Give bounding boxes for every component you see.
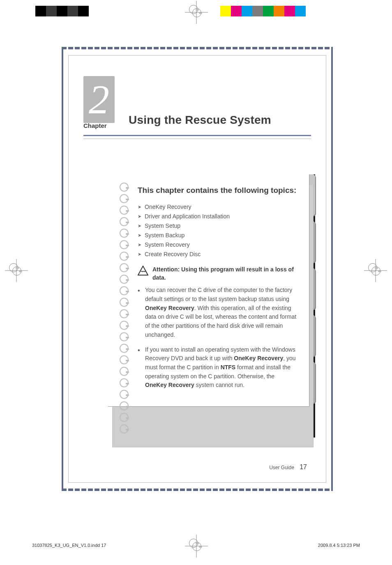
card-area: 1 2 3 4 5 (88, 174, 311, 407)
page: 2 Chapter Using the Rescue System 1 2 3 … (62, 47, 333, 491)
chapter-head: 2 Chapter Using the Rescue System (83, 76, 311, 129)
chapter-block: 2 Chapter (83, 76, 119, 129)
topic-item: System Recovery (138, 240, 297, 250)
chapter-number-box: 2 (83, 76, 115, 123)
chapter-label: Chapter (83, 122, 119, 129)
title-rule-thin (83, 139, 311, 139)
page-border-top (62, 47, 333, 49)
topics-list: OneKey Recovery Driver and Application I… (138, 202, 297, 259)
topic-item: Create Recovery Disc (138, 250, 297, 259)
page-number: 17 (300, 463, 307, 470)
svg-marker-0 (138, 266, 148, 275)
chapter-number: 2 (89, 79, 109, 120)
page-border-bottom (62, 489, 333, 491)
bullet-item: You can recover the C drive of the compu… (138, 286, 297, 339)
color-bar-left (35, 6, 89, 16)
bullet-bold: OneKey Recovery (145, 382, 194, 388)
bullet-text: system cannot run. (194, 382, 244, 388)
topic-item: System Setup (138, 221, 297, 231)
imposition-file: 31037825_K3_UG_EN_V1.0.indd 17 (32, 543, 106, 548)
topic-item: System Backup (138, 231, 297, 240)
page-inner: 2 Chapter Using the Rescue System 1 2 3 … (68, 55, 326, 483)
title-rule-thick (83, 135, 311, 136)
print-sheet: 2 Chapter Using the Rescue System 1 2 3 … (0, 0, 392, 565)
attention-text: Attention: Using this program will resul… (152, 266, 297, 282)
bullet-text: You can recover the C drive of the compu… (145, 287, 292, 302)
bullet-item: If you want to install an operating syst… (138, 345, 297, 390)
registration-mark-right (364, 259, 387, 282)
bullet-bold: OneKey Recovery (145, 305, 194, 311)
topic-item: Driver and Application Installation (138, 212, 297, 221)
imposition-bar: 31037825_K3_UG_EN_V1.0.indd 17 2009.8.4 … (32, 543, 360, 548)
registration-mark-top (185, 1, 208, 24)
chapter-title: Using the Rescue System (129, 113, 311, 129)
bullet-bold: OneKey Recovery (234, 355, 283, 361)
spiral-binding (120, 183, 129, 398)
bullet-bold: NTFS (221, 364, 236, 370)
topics-card: This chapter contains the following topi… (108, 174, 309, 407)
footer-label: User Guide (269, 465, 294, 470)
chapter-title-wrap: Using the Rescue System (129, 113, 311, 129)
attention-block: Attention: Using this program will resul… (138, 266, 297, 282)
page-footer: User Guide 17 (269, 463, 307, 471)
bullets-list: You can recover the C drive of the compu… (138, 286, 297, 390)
imposition-stamp: 2009.8.4 5:13:23 PM (318, 543, 360, 548)
attention-icon (138, 266, 148, 277)
color-bar-right (220, 6, 306, 16)
topic-item: OneKey Recovery (138, 202, 297, 212)
registration-mark-left (5, 259, 28, 282)
topics-heading: This chapter contains the following topi… (138, 185, 297, 196)
